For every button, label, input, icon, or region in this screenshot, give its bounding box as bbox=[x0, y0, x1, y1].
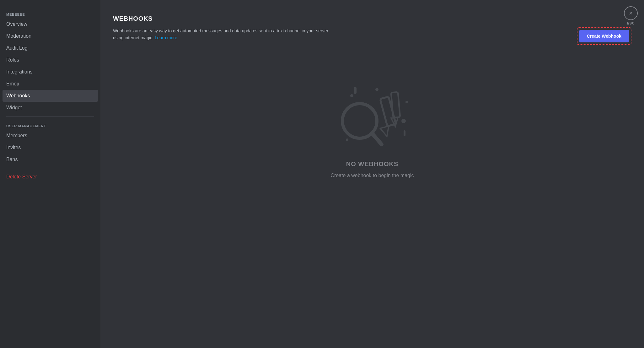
sidebar-divider-1 bbox=[6, 116, 94, 117]
learn-more-link[interactable]: Learn more. bbox=[155, 35, 178, 40]
empty-state-illustration bbox=[328, 74, 416, 155]
svg-marker-3 bbox=[380, 126, 391, 137]
svg-rect-11 bbox=[354, 87, 357, 94]
content-area: WEBHOOKS Webhooks are an easy way to get… bbox=[100, 0, 644, 348]
sidebar-divider-2 bbox=[6, 168, 94, 168]
svg-rect-4 bbox=[391, 92, 400, 118]
create-webhook-wrapper: Create Webhook bbox=[577, 27, 631, 45]
sidebar-item-overview[interactable]: Overview bbox=[3, 18, 98, 30]
svg-point-8 bbox=[405, 101, 408, 103]
svg-point-9 bbox=[346, 139, 348, 141]
sidebar-item-invites[interactable]: Invites bbox=[3, 142, 98, 154]
description-row: Webhooks are an easy way to get automate… bbox=[113, 27, 631, 45]
sidebar-item-audit-log[interactable]: Audit Log bbox=[3, 42, 98, 54]
close-area: × ESC bbox=[624, 6, 638, 25]
sidebar-item-bans[interactable]: Bans bbox=[3, 154, 98, 166]
description-text: Webhooks are an easy way to get automate… bbox=[113, 27, 333, 41]
esc-label: ESC bbox=[627, 21, 635, 25]
sidebar-item-emoji[interactable]: Emoji bbox=[3, 78, 98, 90]
svg-point-10 bbox=[375, 88, 378, 91]
sidebar-item-integrations[interactable]: Integrations bbox=[3, 66, 98, 78]
close-button[interactable]: × bbox=[624, 6, 638, 20]
svg-line-1 bbox=[372, 133, 382, 144]
svg-point-7 bbox=[401, 119, 406, 123]
empty-state-title: NO WEBHOOKS bbox=[346, 160, 399, 168]
empty-state-subtitle: Create a webhook to begin the magic bbox=[330, 173, 414, 178]
description-main-text: Webhooks are an easy way to get automate… bbox=[113, 28, 328, 40]
sidebar-section-user-management: USER MANAGEMENT bbox=[3, 119, 98, 130]
sidebar-section-meeeeee: MEEEEEE bbox=[3, 8, 98, 18]
empty-state: NO WEBHOOKS Create a webhook to begin th… bbox=[113, 55, 631, 197]
page-title: WEBHOOKS bbox=[113, 15, 631, 22]
sidebar-item-webhooks[interactable]: Webhooks bbox=[3, 90, 98, 102]
svg-point-6 bbox=[350, 94, 353, 97]
sidebar-item-roles[interactable]: Roles bbox=[3, 54, 98, 66]
create-webhook-button[interactable]: Create Webhook bbox=[579, 30, 629, 42]
sidebar-item-moderation[interactable]: Moderation bbox=[3, 30, 98, 42]
sidebar-item-members[interactable]: Members bbox=[3, 130, 98, 142]
sidebar-item-widget[interactable]: Widget bbox=[3, 102, 98, 114]
sidebar-item-delete-server[interactable]: Delete Server bbox=[3, 171, 98, 183]
main-content: WEBHOOKS Webhooks are an easy way to get… bbox=[100, 0, 644, 348]
svg-rect-12 bbox=[404, 130, 405, 136]
settings-sidebar: MEEEEEE Overview Moderation Audit Log Ro… bbox=[0, 0, 100, 348]
